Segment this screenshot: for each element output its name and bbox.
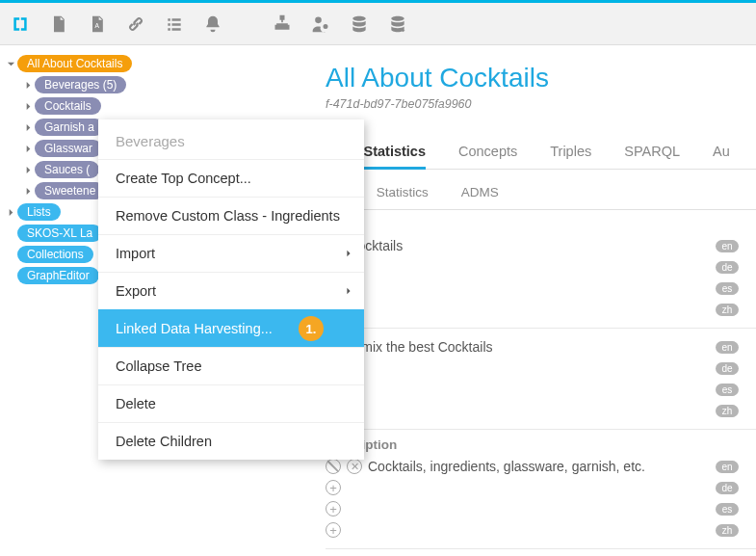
tree-node[interactable]: Cocktails	[35, 97, 101, 115]
menu-collapse-tree[interactable]: Collapse Tree	[98, 347, 364, 384]
menu-remove-custom-class[interactable]: Remove Custom Class - Ingredients	[98, 197, 364, 234]
menu-import[interactable]: Import	[98, 234, 364, 272]
tree-node[interactable]: GraphEditor	[17, 267, 99, 284]
lang-badge: zh	[716, 524, 739, 537]
tree-node[interactable]: Lists	[17, 203, 61, 221]
add-value-icon[interactable]: +	[326, 480, 341, 495]
tree-node[interactable]: Garnish a	[35, 119, 104, 136]
list-icon[interactable]	[164, 13, 185, 35]
lang-badge: de	[716, 261, 739, 274]
main-content: All About Cocktails f-471d-bd97-7be075fa…	[299, 45, 756, 556]
file-star-icon[interactable]	[48, 13, 69, 35]
lang-badge: en	[716, 240, 739, 252]
lang-badge: zh	[716, 304, 739, 316]
tree-node[interactable]: Beverages (5)	[35, 76, 126, 93]
toolbar: A	[0, 3, 756, 45]
lang-badge: de	[716, 362, 739, 375]
bell-icon[interactable]	[202, 13, 223, 35]
sitemap-icon[interactable]	[272, 13, 293, 35]
value-text: Cocktails, ingredients, glassware, garni…	[368, 459, 645, 474]
add-value-icon[interactable]: +	[326, 501, 341, 516]
disclosure-right-icon[interactable]	[23, 122, 33, 132]
disclosure-right-icon[interactable]	[6, 207, 15, 217]
root-concept-scheme[interactable]: All About Cocktails	[17, 55, 132, 72]
remove-icon[interactable]: ✕	[347, 459, 362, 474]
tab-concepts[interactable]: Concepts	[458, 138, 517, 169]
resource-uri: f-471d-bd97-7be075fa9960	[326, 97, 756, 111]
menu-export[interactable]: Export	[98, 272, 364, 309]
metadata-section: out Cocktailsen de es zh	[326, 227, 756, 329]
tree-node[interactable]: SKOS-XL La	[17, 225, 102, 242]
disclosure-right-icon[interactable]	[23, 186, 33, 196]
tab-more[interactable]: Au	[713, 138, 730, 169]
tab-sparql[interactable]: SPARQL	[624, 138, 680, 169]
section-label: Description	[326, 437, 756, 452]
context-menu: Beverages Create Top Concept... Remove C…	[98, 119, 364, 460]
lang-badge: es	[716, 503, 739, 516]
app-logo-icon[interactable]	[10, 13, 31, 35]
page-title: All About Cocktails	[326, 63, 756, 93]
file-ab-icon[interactable]: A	[87, 13, 108, 35]
menu-delete[interactable]: Delete	[98, 384, 364, 422]
lang-badge: de	[716, 482, 739, 494]
menu-delete-children[interactable]: Delete Children	[98, 422, 364, 460]
disclosure-right-icon[interactable]	[23, 144, 33, 153]
menu-linked-data-harvesting[interactable]: Linked Data Harvesting...1.	[98, 309, 364, 347]
tab-adms[interactable]: ADMS	[461, 181, 499, 209]
step-marker: 1.	[299, 316, 324, 341]
tree-node[interactable]: Glasswar	[35, 140, 102, 157]
metadata-section: ow to mix the best Cocktailsen +de +es +…	[326, 329, 756, 430]
secondary-tabs: ata Statistics ADMS	[326, 181, 756, 210]
primary-tabs: ata & Statistics Concepts Triples SPARQL…	[326, 138, 756, 170]
description-section: Description ✕Cocktails, ingredients, gla…	[326, 430, 756, 549]
database-icon[interactable]	[349, 13, 370, 35]
tree-node[interactable]: Collections	[17, 246, 93, 263]
menu-create-top-concept[interactable]: Create Top Concept...	[98, 159, 364, 197]
tree-sidebar: All About Cocktails Beverages (5) Cockta…	[0, 45, 299, 556]
lang-badge: zh	[716, 405, 739, 417]
disclosure-down-icon[interactable]	[6, 59, 15, 68]
svg-text:A: A	[95, 22, 100, 29]
lang-badge: en	[716, 341, 739, 354]
add-value-icon[interactable]: +	[326, 522, 341, 538]
submenu-arrow-icon	[345, 283, 352, 299]
disclosure-right-icon[interactable]	[23, 80, 33, 90]
disclosure-right-icon[interactable]	[23, 165, 33, 174]
context-menu-title: Beverages	[98, 119, 364, 159]
tree-node[interactable]: Sweetene	[35, 182, 105, 199]
tree-node[interactable]: Sauces (	[35, 161, 99, 178]
tab-statistics[interactable]: Statistics	[377, 181, 429, 209]
user-gear-icon[interactable]	[310, 13, 331, 35]
disclosure-right-icon[interactable]	[23, 101, 33, 111]
lang-badge: en	[716, 461, 739, 473]
tab-triples[interactable]: Triples	[550, 138, 591, 169]
database-arrow-icon[interactable]	[387, 13, 408, 35]
lang-badge: es	[716, 282, 739, 295]
submenu-arrow-icon	[345, 246, 352, 261]
lang-badge: es	[716, 384, 739, 396]
link-icon[interactable]	[125, 13, 146, 35]
disabled-icon	[326, 459, 341, 474]
